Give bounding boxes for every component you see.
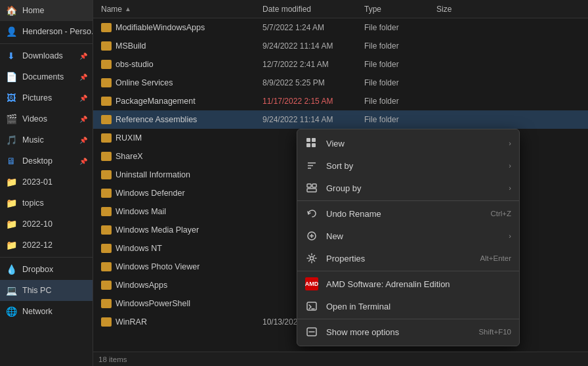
col-date-header[interactable]: Date modified	[262, 5, 364, 14]
file-name-cell: WindowsPowerShell	[93, 299, 262, 308]
ctx-new-arrow: ›	[509, 232, 511, 240]
ctx-new[interactable]: New ›	[297, 225, 519, 247]
file-list[interactable]: ModifiableWindowsApps 5/7/2022 1:24 AM F…	[93, 18, 588, 352]
svg-rect-9	[307, 189, 316, 192]
file-name-cell: Windows Mail	[93, 207, 262, 216]
svg-rect-8	[312, 184, 316, 187]
folder-icon: 📁	[5, 197, 17, 209]
sidebar-item-this-pc[interactable]: 💻 This PC	[0, 280, 93, 301]
table-row[interactable]: Online Services 8/9/2022 5:25 PM File fo…	[93, 74, 588, 92]
file-name-cell: Windows Defender	[93, 189, 262, 198]
ctx-more-label: Show more options	[326, 327, 471, 337]
table-row[interactable]: PackageManagement 11/17/2022 2:15 AM Fil…	[93, 92, 588, 110]
sidebar-label: Downloads	[22, 51, 79, 60]
folder-icon	[101, 317, 112, 327]
file-type: File folder	[364, 23, 436, 32]
sidebar-item-home[interactable]: 🏠 Home	[0, 0, 93, 21]
sidebar: 🏠 Home 👤 Henderson - Perso... ⬇ Download…	[0, 0, 93, 366]
desktop-icon: 🖥	[5, 155, 17, 167]
ctx-properties[interactable]: Properties Alt+Enter	[297, 247, 519, 269]
sidebar-item-music[interactable]: 🎵 Music 📌	[0, 129, 93, 150]
file-name: Online Services	[116, 78, 173, 87]
ctx-undo-rename[interactable]: Undo Rename Ctrl+Z	[297, 202, 519, 225]
folder-icon	[101, 262, 112, 271]
sidebar-item-dropbox[interactable]: 💧 Dropbox	[0, 259, 93, 280]
sidebar-item-pictures[interactable]: 🖼 Pictures 📌	[0, 87, 93, 108]
sidebar-item-network[interactable]: 🌐 Network	[0, 301, 93, 322]
file-name: Windows NT	[116, 244, 162, 253]
sidebar-item-henderson[interactable]: 👤 Henderson - Perso...	[0, 21, 93, 42]
file-name: WindowsPowerShell	[116, 299, 190, 308]
ctx-amd[interactable]: AMD AMD Software: Adrenalin Edition	[297, 273, 519, 295]
pin-icon: 📌	[79, 116, 87, 123]
folder-icon	[101, 23, 112, 32]
folder-icon: 📁	[5, 218, 17, 230]
undo-icon	[305, 207, 318, 220]
file-name-cell: obs-studio	[93, 60, 262, 69]
sidebar-item-downloads[interactable]: ⬇ Downloads 📌	[0, 45, 93, 66]
ctx-amd-label: AMD Software: Adrenalin Edition	[326, 279, 511, 289]
file-name: WindowsApps	[116, 281, 167, 290]
sidebar-item-videos[interactable]: 🎬 Videos 📌	[0, 108, 93, 129]
dropbox-icon: 💧	[5, 263, 17, 275]
ctx-divider-1	[297, 200, 519, 201]
svg-rect-0	[306, 138, 310, 142]
folder-icon	[101, 115, 112, 124]
documents-icon: 📄	[5, 71, 17, 83]
pin-icon: 📌	[79, 74, 87, 81]
sidebar-item-documents[interactable]: 📄 Documents 📌	[0, 66, 93, 87]
sidebar-item-2023-01[interactable]: 📁 2023-01	[0, 172, 93, 193]
sidebar-label: Pictures	[22, 93, 79, 103]
col-type-header[interactable]: Type	[364, 5, 436, 14]
table-row[interactable]: Reference Assemblies 9/24/2022 11:14 AM …	[93, 110, 588, 129]
sidebar-label: 2022-12	[22, 240, 87, 250]
file-type: File folder	[364, 41, 436, 51]
file-date: 11/17/2022 2:15 AM	[262, 97, 364, 106]
sidebar-item-desktop[interactable]: 🖥 Desktop 📌	[0, 150, 93, 172]
table-row[interactable]: obs-studio 12/7/2022 2:41 AM File folder	[93, 55, 588, 74]
file-name-cell: Windows Media Player	[93, 225, 262, 235]
file-name-cell: Reference Assemblies	[93, 115, 262, 124]
file-name: ModifiableWindowsApps	[116, 23, 205, 32]
file-date: 8/9/2022 5:25 PM	[262, 78, 364, 87]
folder-icon	[101, 60, 112, 69]
sidebar-label: This PC	[22, 286, 87, 295]
svg-rect-7	[307, 184, 311, 187]
ctx-group-by[interactable]: Group by ›	[297, 177, 519, 199]
col-size-header[interactable]: Size	[436, 5, 489, 14]
ctx-sort-by[interactable]: Sort by ›	[297, 154, 519, 177]
svg-rect-2	[306, 143, 310, 147]
ctx-open-terminal[interactable]: Open in Terminal	[297, 295, 519, 317]
ctx-divider-2	[297, 271, 519, 271]
folder-icon	[101, 133, 112, 143]
music-icon: 🎵	[5, 134, 17, 146]
context-menu: View › Sort by ›	[297, 129, 520, 346]
sidebar-item-topics[interactable]: 📁 topics	[0, 193, 93, 214]
ctx-show-more[interactable]: Show more options Shift+F10	[297, 321, 519, 343]
sidebar-label: Home	[22, 6, 87, 15]
folder-icon	[101, 152, 112, 161]
sidebar-item-2022-12[interactable]: 📁 2022-12	[0, 235, 93, 256]
svg-rect-3	[312, 143, 316, 147]
sidebar-item-2022-10[interactable]: 📁 2022-10	[0, 214, 93, 235]
file-type: File folder	[364, 115, 436, 124]
file-name: Windows Media Player	[116, 225, 199, 235]
sidebar-label: Documents	[22, 72, 79, 81]
col-name-header[interactable]: Name ▲	[93, 5, 262, 14]
ctx-view[interactable]: View ›	[297, 132, 519, 154]
table-row[interactable]: ModifiableWindowsApps 5/7/2022 1:24 AM F…	[93, 18, 588, 37]
file-type: File folder	[364, 60, 436, 69]
file-name: ShareX	[116, 152, 143, 161]
file-date: 12/7/2022 2:41 AM	[262, 60, 364, 69]
folder-icon	[101, 97, 112, 106]
ctx-more-shortcut: Shift+F10	[478, 328, 511, 336]
pin-icon: 📌	[79, 53, 87, 60]
sidebar-label: Network	[22, 307, 87, 316]
table-row[interactable]: MSBuild 9/24/2022 11:14 AM File folder	[93, 37, 588, 55]
computer-icon: 💻	[5, 285, 17, 296]
folder-icon	[101, 207, 112, 216]
folder-icon	[101, 299, 112, 308]
ctx-terminal-label: Open in Terminal	[326, 302, 511, 311]
file-name-cell: WindowsApps	[93, 281, 262, 290]
ctx-undo-label: Undo Rename	[326, 209, 482, 219]
